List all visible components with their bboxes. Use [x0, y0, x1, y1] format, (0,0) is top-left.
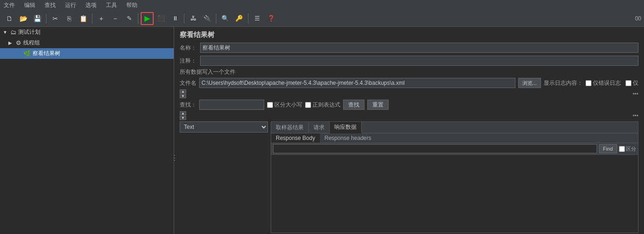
search-row: 查找： 区分大小写 正则表达式 查找 重置 — [174, 99, 644, 111]
case-checkbox-2[interactable]: 区分 — [619, 145, 636, 152]
case-label-2: 区分 — [626, 145, 636, 152]
panel-resize-handle[interactable]: ⋮ — [173, 152, 176, 163]
find-btn-2[interactable]: Find — [599, 144, 617, 153]
format-dropdown[interactable]: Text RegExp Tester CSS/JQuery Tester XPa… — [180, 121, 268, 133]
more-options-top[interactable]: ••• — [632, 91, 638, 97]
time-display: 00 — [635, 15, 641, 22]
browse-button[interactable]: 浏览... — [518, 78, 541, 88]
tree-item-results-tree[interactable]: 🌿 察看结果树 — [0, 48, 174, 59]
tree-item-thread-group[interactable]: ▶ ⚙ 线程组 — [0, 38, 174, 48]
arrow-buttons-2: ▲ ▼ — [180, 111, 186, 120]
file-input[interactable] — [199, 78, 515, 88]
error-log-checkbox[interactable]: 仅错误日志 — [585, 79, 621, 87]
right-panel: 察看结果树 名称： 注释： 所有数据写入一个文件 文件名 浏览... 显示日志内… — [174, 27, 644, 234]
sep4 — [184, 13, 184, 24]
expand-icon: ▼ — [3, 30, 8, 35]
find-input[interactable] — [273, 144, 597, 153]
menu-find[interactable]: 查找 — [43, 1, 58, 9]
extra-check[interactable] — [625, 80, 631, 86]
tree-item-label-results: 察看结果树 — [33, 50, 60, 57]
file-label: 文件名 — [180, 79, 196, 87]
list-button[interactable]: ☰ — [251, 12, 264, 25]
tab-request[interactable]: 请求 — [309, 122, 330, 133]
copy-button[interactable]: ⎘ — [63, 12, 76, 25]
arrow-down-2[interactable]: ▼ — [180, 116, 186, 120]
case-sensitive-checkbox[interactable]: 区分大小写 — [267, 101, 302, 109]
add-button[interactable]: + — [95, 12, 108, 25]
play-button[interactable]: ▶ — [141, 12, 154, 25]
main-tab-row: 取样器结果 请求 响应数据 — [271, 122, 638, 133]
content-area: Text RegExp Tester CSS/JQuery Tester XPa… — [174, 120, 644, 234]
menu-help[interactable]: 帮助 — [124, 1, 139, 9]
name-input[interactable] — [200, 43, 638, 53]
error-log-check[interactable] — [585, 80, 592, 86]
comment-row: 注释： — [174, 54, 644, 67]
remote-stop-button[interactable]: 🔌 — [201, 12, 214, 25]
divider-row-top: ▲ ▼ ••• — [174, 89, 644, 99]
sub-tab-response-body[interactable]: Response Body — [271, 133, 320, 143]
sep5 — [216, 13, 216, 24]
extra-label: 仅 — [633, 79, 638, 87]
format-dropdown-container: Text RegExp Tester CSS/JQuery Tester XPa… — [180, 121, 268, 233]
sub-tab-row: Response Body Response headers — [271, 133, 638, 143]
edit-button[interactable]: ✎ — [123, 12, 136, 25]
sep2 — [92, 13, 92, 24]
case-check-2[interactable] — [619, 146, 625, 152]
tree-item-test-plan[interactable]: ▼ 🗂 测试计划 — [0, 27, 174, 38]
tab-sampler-result[interactable]: 取样器结果 — [271, 122, 309, 133]
comment-input[interactable] — [200, 56, 638, 66]
search-label: 查找： — [180, 101, 196, 109]
name-row: 名称： — [174, 41, 644, 54]
arrow-up[interactable]: ▲ — [180, 89, 186, 94]
more-options-bottom[interactable]: ••• — [632, 113, 638, 119]
sep1 — [46, 13, 46, 24]
cut-button[interactable]: ✂ — [49, 12, 62, 25]
regex-checkbox[interactable]: 正则表达式 — [305, 101, 340, 109]
tab-response-data[interactable]: 响应数据 — [330, 122, 362, 133]
case-check[interactable] — [267, 102, 273, 108]
reset-button[interactable]: 重置 — [367, 100, 389, 110]
pause-button[interactable]: ⏸ — [169, 12, 182, 25]
menu-edit[interactable]: 编辑 — [22, 1, 37, 9]
new-button[interactable]: 🗋 — [3, 12, 16, 25]
expand-icon-thread: ▶ — [8, 40, 14, 45]
toolbar: 🗋 📂 💾 ✂ ⎘ 📋 + − ✎ ▶ ⬛ ⏸ 🖧 🔌 🔍 🔑 ☰ ❓ 00 — [0, 10, 644, 27]
sep3 — [138, 13, 138, 24]
log-content-label: 显示日志内容： — [544, 79, 583, 87]
arrow-down[interactable]: ▼ — [180, 94, 186, 98]
menu-file[interactable]: 文件 — [2, 1, 17, 9]
save-button[interactable]: 💾 — [31, 12, 44, 25]
remove-button[interactable]: − — [109, 12, 122, 25]
thread-group-icon: ⚙ — [16, 39, 21, 46]
open-button[interactable]: 📂 — [17, 12, 30, 25]
results-tree-icon: 🌿 — [23, 50, 31, 57]
panel-title: 察看结果树 — [174, 27, 644, 41]
paste-button[interactable]: 📋 — [77, 12, 90, 25]
file-row: 文件名 浏览... 显示日志内容： 仅错误日志 仅 — [174, 77, 644, 89]
search-input[interactable] — [199, 100, 264, 110]
regex-check[interactable] — [305, 102, 311, 108]
extra-checkbox[interactable]: 仅 — [625, 79, 638, 87]
menu-run[interactable]: 运行 — [63, 1, 78, 9]
arrow-up-2[interactable]: ▲ — [180, 111, 186, 115]
remote-button[interactable]: 🖧 — [187, 12, 200, 25]
response-body-content — [271, 155, 638, 233]
sub-tab-response-headers[interactable]: Response headers — [320, 133, 376, 143]
find-row: Find 区分 — [271, 143, 638, 155]
stop-button[interactable]: ⬛ — [155, 12, 168, 25]
tabs-area: 取样器结果 请求 响应数据 Response Body Response hea… — [271, 121, 638, 233]
menu-tools[interactable]: 工具 — [104, 1, 119, 9]
name-label: 名称： — [180, 44, 196, 52]
help-button[interactable]: ❓ — [265, 12, 278, 25]
template-button[interactable]: 🔑 — [233, 12, 246, 25]
find-button[interactable]: 查找 — [343, 100, 364, 110]
divider-row-bottom: ▲ ▼ ••• — [174, 111, 644, 120]
arrow-buttons: ▲ ▼ — [180, 89, 186, 98]
left-panel: ▼ 🗂 测试计划 ▶ ⚙ 线程组 🌿 察看结果树 ⋮ — [0, 27, 174, 234]
error-log-label: 仅错误日志 — [593, 79, 621, 87]
sep6 — [248, 13, 248, 24]
comment-label: 注释： — [180, 57, 196, 65]
test-plan-icon: 🗂 — [10, 29, 16, 36]
search-tool-button[interactable]: 🔍 — [219, 12, 232, 25]
menu-options[interactable]: 选项 — [84, 1, 98, 9]
